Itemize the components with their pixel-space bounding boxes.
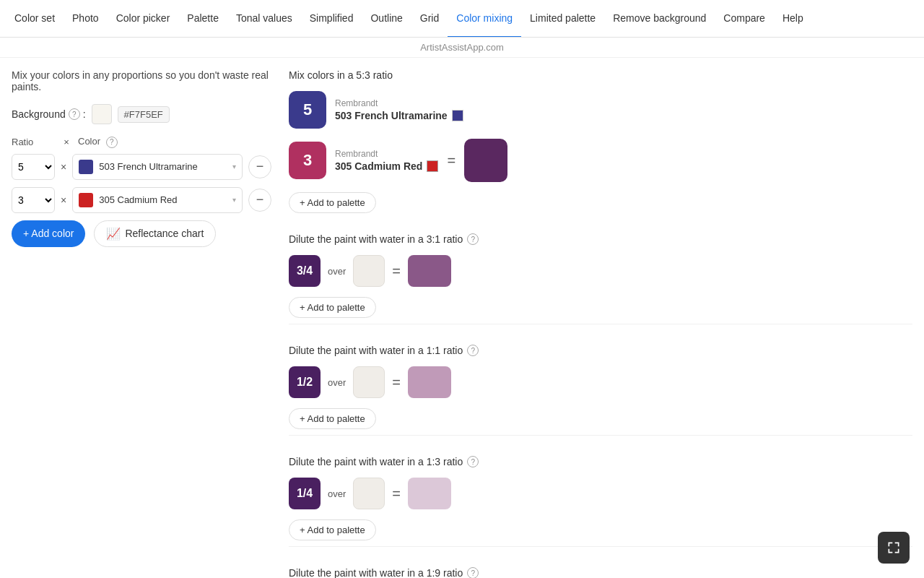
dilute-row: 1/4 over = — [289, 478, 912, 509]
nav-item-color-picker[interactable]: Color picker — [108, 0, 179, 38]
diluted-result-swatch — [408, 255, 451, 287]
water-swatch — [353, 478, 385, 509]
fullscreen-icon — [886, 540, 901, 555]
app-subtitle: ArtistAssistApp.com — [0, 38, 924, 58]
paint2-color-icon — [427, 160, 438, 172]
nav-item-photo[interactable]: Photo — [64, 0, 108, 38]
remove-color-button[interactable]: − — [248, 155, 271, 178]
dilute-row: 3/4 over = — [289, 255, 912, 287]
nav-item-outline[interactable]: Outline — [362, 0, 411, 38]
chevron-down-icon: ▾ — [232, 163, 236, 171]
chevron-down-icon: ▾ — [232, 196, 236, 204]
dilution-help-icon[interactable]: ? — [467, 456, 479, 467]
ratio-column-header: Ratio — [12, 137, 55, 147]
dilution-help-icon[interactable]: ? — [467, 233, 479, 245]
paint2-badge: 3 — [289, 142, 326, 179]
equals-symbol: = — [392, 374, 401, 391]
background-hex: #F7F5EF — [118, 106, 170, 123]
equals-symbol: = — [447, 152, 456, 169]
color-name: 503 French Ultramarine — [99, 161, 227, 172]
right-panel: Mix colors in a 5:3 ratio 5 Rembrandt 50… — [289, 69, 912, 578]
dilution-help-icon[interactable]: ? — [467, 345, 479, 356]
paint1-badge: 5 — [289, 91, 326, 129]
nav-item-help[interactable]: Help — [774, 0, 812, 38]
dilutions-container: Dilute the paint with water in a 3:1 rat… — [289, 233, 912, 578]
over-text: over — [328, 377, 346, 388]
description-text: Mix your colors in any proportions so yo… — [12, 69, 271, 92]
dilution-title: Dilute the paint with water in a 1:1 rat… — [289, 345, 912, 356]
dilution-title: Dilute the paint with water in a 1:3 rat… — [289, 456, 912, 467]
mix-result-row: 5 Rembrandt 503 French Ultramarine — [289, 91, 912, 129]
column-headers: Ratio × Color ? — [12, 136, 271, 148]
section-divider — [289, 435, 912, 436]
over-text: over — [328, 266, 346, 277]
nav-item-color-mixing[interactable]: Color mixing — [448, 0, 521, 38]
color-selector[interactable]: 503 French Ultramarine ▾ — [72, 154, 243, 180]
dilution-title: Dilute the paint with water in a 1:9 rat… — [289, 567, 912, 578]
color-row: 3 12345678910 × 305 Cadmium Red ▾ − — [12, 187, 271, 213]
add-to-palette-button[interactable]: + Add to palette — [289, 408, 376, 429]
add-color-button[interactable]: + Add color — [12, 220, 85, 247]
nav-item-color-set[interactable]: Color set — [6, 0, 64, 38]
ratio-select[interactable]: 3 12345678910 — [12, 187, 55, 213]
background-swatch[interactable] — [92, 104, 112, 124]
color-row: 5 12345678910 × 503 French Ultramarine ▾… — [12, 154, 271, 180]
mix-section-title: Mix colors in a 5:3 ratio — [289, 69, 912, 81]
equals-symbol: = — [392, 263, 401, 280]
ratio-select[interactable]: 5 12345678910 — [12, 154, 55, 180]
x-column-header: × — [61, 137, 72, 147]
navigation: Color setPhotoColor pickerPaletteTonal v… — [0, 0, 924, 38]
water-swatch — [353, 366, 385, 398]
add-to-palette-button[interactable]: + Add to palette — [289, 519, 376, 540]
fraction-badge: 3/4 — [289, 255, 321, 287]
chart-icon: 📈 — [106, 227, 121, 241]
background-row: Background ? : #F7F5EF — [12, 104, 271, 124]
fraction-badge: 1/4 — [289, 478, 321, 509]
left-panel: Mix your colors in any proportions so yo… — [12, 69, 271, 578]
paint2-info: Rembrandt 305 Cadmium Red — [335, 149, 438, 172]
diluted-result-swatch — [408, 478, 451, 509]
dilution-section: Dilute the paint with water in a 1:9 rat… — [289, 567, 912, 578]
nav-item-compare[interactable]: Compare — [715, 0, 774, 38]
paint1-color-icon — [452, 110, 463, 121]
mix-section: Mix colors in a 5:3 ratio 5 Rembrandt 50… — [289, 69, 912, 213]
water-swatch — [353, 255, 385, 287]
color-dot — [79, 160, 93, 174]
dilution-help-icon[interactable]: ? — [467, 567, 479, 578]
mix-result-swatch — [464, 139, 507, 182]
dilute-row: 1/2 over = — [289, 366, 912, 398]
nav-item-remove-background[interactable]: Remove background — [604, 0, 715, 38]
reflectance-chart-button[interactable]: 📈 Reflectance chart — [94, 220, 216, 247]
dilution-section: Dilute the paint with water in a 1:1 rat… — [289, 345, 912, 436]
equals-symbol: = — [392, 486, 401, 502]
dilution-section: Dilute the paint with water in a 1:3 rat… — [289, 456, 912, 547]
times-symbol: × — [61, 161, 66, 173]
fullscreen-button[interactable] — [878, 532, 910, 564]
color-dot — [79, 193, 93, 207]
section-divider — [289, 324, 912, 324]
color-name: 305 Cadmium Red — [99, 194, 227, 205]
color-rows-container: 5 12345678910 × 503 French Ultramarine ▾… — [12, 154, 271, 213]
over-text: over — [328, 488, 346, 499]
nav-item-simplified[interactable]: Simplified — [301, 0, 362, 38]
add-to-palette-button[interactable]: + Add to palette — [289, 297, 376, 318]
add-to-palette-button-mix[interactable]: + Add to palette — [289, 192, 376, 213]
mix-result-row2: 3 Rembrandt 305 Cadmium Red = — [289, 139, 912, 182]
background-label: Background ? : — [12, 108, 86, 120]
action-row: + Add color 📈 Reflectance chart — [12, 220, 271, 247]
nav-item-grid[interactable]: Grid — [411, 0, 448, 38]
color-column-header: Color ? — [78, 136, 271, 148]
paint1-info: Rembrandt 503 French Ultramarine — [335, 98, 463, 121]
dilution-section: Dilute the paint with water in a 3:1 rat… — [289, 233, 912, 324]
diluted-result-swatch — [408, 366, 451, 398]
remove-color-button[interactable]: − — [248, 189, 271, 212]
times-symbol: × — [61, 194, 66, 206]
fraction-badge: 1/2 — [289, 366, 321, 398]
section-divider — [289, 546, 912, 547]
nav-item-tonal-values[interactable]: Tonal values — [227, 0, 301, 38]
color-selector[interactable]: 305 Cadmium Red ▾ — [72, 187, 243, 213]
nav-item-limited-palette[interactable]: Limited palette — [521, 0, 604, 38]
background-help-icon[interactable]: ? — [69, 108, 80, 120]
color-help-icon[interactable]: ? — [106, 137, 118, 148]
nav-item-palette[interactable]: Palette — [178, 0, 227, 38]
